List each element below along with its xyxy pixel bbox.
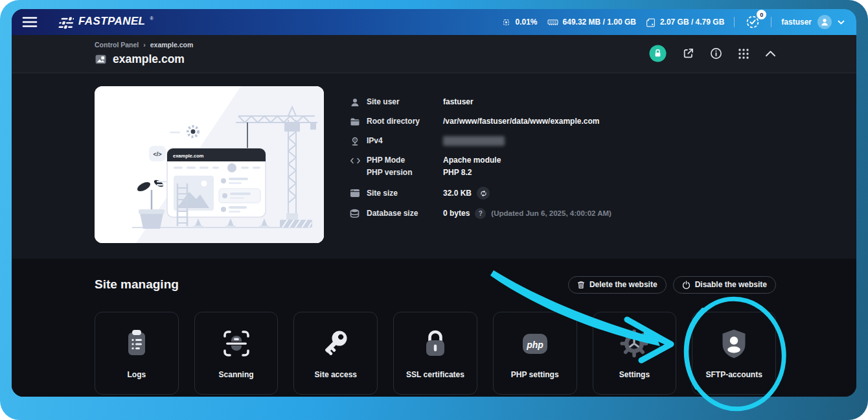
site-image-icon xyxy=(95,53,107,65)
scan-icon xyxy=(218,325,255,362)
info-label: Site user xyxy=(367,97,443,108)
disk-icon xyxy=(646,18,656,27)
info-value: Apache module xyxy=(443,155,501,166)
breadcrumb-control-panel[interactable]: Control Panel xyxy=(95,41,139,49)
breadcrumb-current: example.com xyxy=(150,41,194,49)
external-link-icon xyxy=(682,47,694,60)
managing-tiles: Logs Scanning Site access SSL certificat… xyxy=(95,312,776,395)
disable-website-button[interactable]: Disable the website xyxy=(673,276,776,294)
registered-mark: ® xyxy=(150,16,153,21)
username: fastuser xyxy=(781,18,812,27)
php-icon: php xyxy=(517,325,553,362)
sliders-icon xyxy=(54,17,74,30)
collapse-button[interactable] xyxy=(765,50,776,57)
disk-usage-value: 2.07 GB / 4.79 GB xyxy=(660,18,724,27)
tile-scanning[interactable]: Scanning xyxy=(194,312,279,395)
info-value: 32.0 KB xyxy=(443,188,472,199)
info-value: PHP 8.2 xyxy=(443,167,472,178)
info-button[interactable] xyxy=(710,47,722,60)
window-frame: FASTPANEL ® 0.01% 649.32 MB / 1.00 GB xyxy=(0,0,868,420)
key-icon xyxy=(317,325,354,362)
cpu-usage-stat: 0.01% xyxy=(501,18,538,27)
info-label: IPv4 xyxy=(367,135,443,146)
folder-icon xyxy=(350,117,367,127)
tile-php-settings[interactable]: php PHP settings xyxy=(493,312,577,395)
section-title: Site managing xyxy=(95,277,179,292)
tile-site-access[interactable]: Site access xyxy=(293,312,378,395)
chevron-up-icon xyxy=(765,50,776,57)
location-icon xyxy=(350,136,367,146)
topbar-divider xyxy=(734,17,735,27)
delete-website-button[interactable]: Delete the website xyxy=(568,276,667,294)
info-row-database-size: Database size 0 bytes ? (Updated Jun 6, … xyxy=(350,208,776,219)
svg-text:php: php xyxy=(526,340,543,350)
illustration-domain: example.com xyxy=(173,153,204,159)
ram-icon xyxy=(547,18,558,27)
info-label: PHP Mode xyxy=(367,155,443,166)
info-row-root-directory: Root directory /var/www/fastuser/data/ww… xyxy=(350,116,776,127)
tile-ssl-certificates[interactable]: SSL certificates xyxy=(393,312,477,395)
browser-icon xyxy=(350,189,367,198)
memory-usage-value: 649.32 MB / 1.00 GB xyxy=(563,18,636,27)
site-managing-section: Site managing Delete the website Disable… xyxy=(12,259,856,397)
info-value: 0 bytes xyxy=(443,208,470,219)
shield-user-icon xyxy=(716,325,752,362)
menu-button[interactable] xyxy=(19,14,40,30)
topbar: FASTPANEL ® 0.01% 649.32 MB / 1.00 GB xyxy=(12,9,856,35)
info-row-ipv4: IPv4 xyxy=(350,135,776,146)
power-icon xyxy=(682,281,691,289)
avatar xyxy=(817,15,832,29)
info-label: Site size xyxy=(367,188,443,199)
logs-icon xyxy=(119,325,155,362)
info-label: Root directory xyxy=(367,116,443,127)
breadcrumb-separator: › xyxy=(143,41,146,49)
lock-icon xyxy=(417,325,453,362)
app-window: FASTPANEL ® 0.01% 649.32 MB / 1.00 GB xyxy=(12,9,856,397)
user-icon xyxy=(350,97,367,108)
code-deco-icon: </> xyxy=(153,151,161,158)
site-info-section: example.com xyxy=(12,73,856,259)
tile-logs[interactable]: Logs xyxy=(95,312,179,395)
info-label: Database size xyxy=(367,208,443,219)
info-row-php-mode: PHP Mode Apache module xyxy=(350,155,776,166)
site-info-list: Site user fastuser Root directory /var/w… xyxy=(350,86,776,243)
info-row-site-size: Site size 32.0 KB xyxy=(350,187,776,200)
recalculate-size-button[interactable] xyxy=(477,187,490,200)
site-illustration: example.com xyxy=(95,86,324,243)
database-help-button[interactable]: ? xyxy=(475,208,486,219)
page-header: Control Panel › example.com example.com xyxy=(12,35,856,73)
info-row-php-version: PHP version PHP 8.2 xyxy=(350,167,776,178)
tasks-badge: 0 xyxy=(757,10,766,19)
breadcrumb: Control Panel › example.com xyxy=(95,41,193,49)
tile-settings[interactable]: Settings xyxy=(593,312,677,395)
info-value: /var/www/fastuser/data/www/example.com xyxy=(443,116,599,127)
info-icon xyxy=(710,47,722,60)
info-label: PHP version xyxy=(367,167,443,178)
cpu-usage-value: 0.01% xyxy=(516,18,538,27)
database-icon xyxy=(350,209,367,219)
trash-icon xyxy=(577,281,585,289)
ssl-status-badge[interactable] xyxy=(649,45,667,62)
topbar-divider-2 xyxy=(771,17,771,27)
grid-icon xyxy=(738,48,749,60)
gear-icon xyxy=(616,325,652,362)
ipv4-redacted-value xyxy=(443,136,505,146)
info-row-site-user: Site user fastuser xyxy=(350,97,776,108)
user-menu[interactable]: fastuser xyxy=(781,15,845,29)
chevron-down-icon xyxy=(838,20,845,25)
memory-usage-stat: 649.32 MB / 1.00 GB xyxy=(547,18,636,27)
tile-sftp-accounts[interactable]: SFTP-accounts xyxy=(692,312,776,395)
open-website-button[interactable] xyxy=(682,47,694,60)
hamburger-icon xyxy=(22,16,38,28)
fastpanel-logo[interactable]: FASTPANEL ® xyxy=(54,15,154,30)
code-icon xyxy=(350,156,367,165)
cpu-icon xyxy=(501,18,511,27)
brand-name: FASTPANEL xyxy=(78,15,145,28)
page-title: example.com xyxy=(113,52,185,66)
apps-grid-button[interactable] xyxy=(738,48,749,60)
info-value: fastuser xyxy=(443,97,474,108)
refresh-icon xyxy=(480,190,487,197)
tasks-button[interactable]: 0 xyxy=(744,14,761,30)
database-updated-note: (Updated Jun 6, 2025, 4:00:02 AM) xyxy=(491,208,611,219)
disk-usage-stat: 2.07 GB / 4.79 GB xyxy=(646,18,724,27)
